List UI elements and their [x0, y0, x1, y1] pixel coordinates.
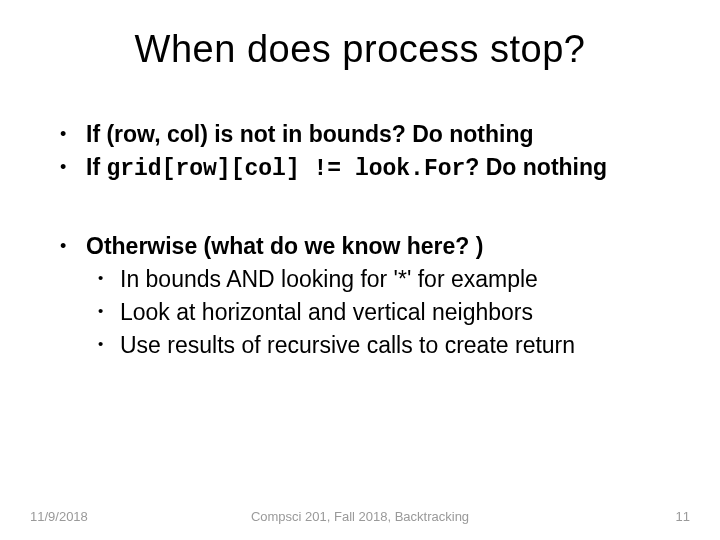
- sub-bullet-text: Look at horizontal and vertical neighbor…: [120, 297, 670, 328]
- text-fragment: If: [86, 154, 106, 180]
- bullet-text: Otherwise (what do we know here? ): [86, 231, 670, 262]
- sub-bullet-item: • Look at horizontal and vertical neighb…: [60, 297, 670, 328]
- text-fragment: ? Do nothing: [465, 154, 607, 180]
- slide: When does process stop? • If (row, col) …: [0, 0, 720, 540]
- slide-content: • If (row, col) is not in bounds? Do not…: [50, 119, 670, 361]
- slide-footer: 11/9/2018 Compsci 201, Fall 2018, Backtr…: [0, 509, 720, 524]
- bullet-item: • Otherwise (what do we know here? ): [60, 231, 670, 262]
- bullet-dot-icon: •: [98, 330, 120, 361]
- footer-page-number: 11: [676, 509, 690, 524]
- sub-bullet-text: Use results of recursive calls to create…: [120, 330, 670, 361]
- sub-bullet-text: In bounds AND looking for '*' for exampl…: [120, 264, 670, 295]
- sub-bullet-item: • Use results of recursive calls to crea…: [60, 330, 670, 361]
- bullet-dot-icon: •: [98, 297, 120, 328]
- spacer: [60, 187, 670, 231]
- bullet-dot-icon: •: [60, 231, 86, 262]
- footer-course: Compsci 201, Fall 2018, Backtracking: [251, 509, 469, 524]
- bullet-text: If (row, col) is not in bounds? Do nothi…: [86, 119, 670, 150]
- bullet-dot-icon: •: [60, 119, 86, 150]
- bullet-item: • If (row, col) is not in bounds? Do not…: [60, 119, 670, 150]
- bullet-item: • If grid[row][col] != look.For? Do noth…: [60, 152, 670, 185]
- bullet-dot-icon: •: [98, 264, 120, 295]
- slide-title: When does process stop?: [50, 28, 670, 71]
- bullet-text: If grid[row][col] != look.For? Do nothin…: [86, 152, 670, 185]
- sub-bullet-item: • In bounds AND looking for '*' for exam…: [60, 264, 670, 295]
- bullet-dot-icon: •: [60, 152, 86, 185]
- code-fragment: grid[row][col] != look.For: [106, 156, 465, 182]
- footer-date: 11/9/2018: [30, 509, 88, 524]
